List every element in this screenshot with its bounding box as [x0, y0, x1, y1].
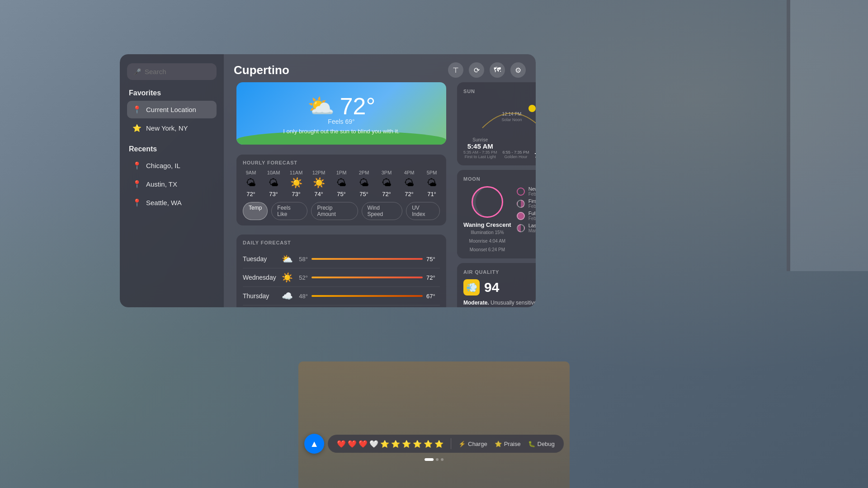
phase-name: Last Quarter	[528, 223, 536, 228]
hourly-time: 11AM	[290, 170, 303, 175]
daily-low: 58°	[295, 256, 308, 263]
tab-uv[interactable]: UV Index	[406, 202, 440, 220]
taskbar-hearts: ❤️ ❤️ ❤️ 🤍 ⭐ ⭐ ⭐ ⭐ ⭐ ⭐	[337, 440, 443, 448]
filter-button[interactable]: ⊤	[448, 62, 463, 78]
aq-description: Moderate. Unusually sensitive people sho…	[463, 299, 536, 307]
daily-temps: 52° 72°	[295, 274, 440, 281]
last-quarter-dot	[517, 224, 525, 232]
hourly-item: 5PM 🌤 71°	[424, 170, 440, 197]
phase-name: Full Moon	[528, 211, 536, 216]
debug-icon: 🐛	[528, 441, 535, 447]
austin-icon: 📍	[132, 180, 142, 188]
chicago-icon: 📍	[132, 161, 142, 170]
day-name: Wednesday	[243, 274, 279, 281]
sunrise-sub: 5:35 AM - 7:35 PM	[463, 150, 497, 155]
tab-temp[interactable]: Temp	[243, 202, 268, 220]
sun-times: Sunrise 5:45 AM 5:35 AM - 7:35 PM First …	[463, 137, 536, 159]
moon-title: MOON	[463, 176, 536, 182]
moon-layout: Waning Crescent Illumination 15% Moonris…	[463, 186, 536, 252]
debug-button[interactable]: 🐛 Debug	[528, 441, 555, 447]
aq-value: 94	[484, 280, 499, 295]
dot-3	[441, 458, 443, 461]
new-moon-info: New Moon Feb 20	[528, 186, 536, 197]
sidebar-item-chicago[interactable]: 📍 Chicago, IL	[127, 157, 217, 174]
star-6: ⭐	[434, 440, 443, 448]
heart-2: ❤️	[348, 440, 357, 448]
heart-4: 🤍	[369, 440, 378, 448]
search-input[interactable]	[145, 68, 210, 75]
sun-panel: SUN 12:14 PM Solar Noon Sunris	[457, 82, 536, 165]
full-moon-dot	[517, 212, 525, 220]
praise-icon: ⭐	[495, 441, 502, 447]
aq-title: AIR QUALITY	[463, 269, 536, 275]
daily-row: Thursday ☁️ 48° 67°	[243, 287, 440, 305]
hourly-time: 12PM	[312, 170, 326, 175]
hourly-icon: 🌤	[359, 177, 369, 189]
tab-wind[interactable]: Wind Speed	[362, 202, 403, 220]
charge-button[interactable]: ⚡ Charge	[458, 441, 487, 447]
moon-phase-item: Last Quarter Mar 3	[517, 223, 536, 233]
forecast-tabs: Temp Feels Like Precip Amount Wind Speed…	[243, 202, 440, 220]
hourly-temp: 72°	[405, 191, 414, 197]
hourly-item: 4PM 🌤 72°	[401, 170, 417, 197]
settings-button[interactable]: ⚙	[510, 62, 526, 78]
sidebar-item-current-location[interactable]: 📍 Current Location	[127, 101, 217, 118]
tab-feels-like[interactable]: Feels Like	[271, 202, 307, 220]
day-name: Tuesday	[243, 255, 279, 263]
air-quality-panel: AIR QUALITY 💨 94 Moderate. Unusually sen…	[457, 263, 536, 307]
search-bar[interactable]: 🎤	[127, 63, 217, 80]
map-button[interactable]: 🗺	[490, 62, 505, 78]
daily-low: 48°	[295, 293, 308, 300]
svg-point-0	[528, 105, 536, 112]
divider	[451, 438, 451, 449]
hourly-time: 10AM	[267, 170, 280, 175]
hourly-time: 1PM	[336, 170, 347, 175]
moonset: Moonset 6:24 PM	[470, 247, 505, 252]
hourly-temp: 72°	[246, 191, 255, 197]
seattle-icon: 📍	[132, 198, 142, 207]
sidebar-item-seattle[interactable]: 📍 Seattle, WA	[127, 194, 217, 211]
moon-panel: MOON Waning Crescent Illumination 15% Mo…	[457, 170, 536, 258]
hourly-label: HOURLY FORECAST	[243, 160, 440, 165]
aq-header: 💨 94	[463, 279, 536, 296]
dot-1	[425, 458, 434, 461]
daily-row: Friday 🌤 50° 72°	[243, 305, 440, 307]
debug-label: Debug	[538, 441, 555, 447]
main-content: Cupertino ⊤ ⟳ 🗺 ⚙ ⛅ 72° Feels 69°	[224, 54, 536, 307]
phase-date: Feb 27	[528, 204, 536, 209]
daily-row: Tuesday ⛅ 58° 75°	[243, 250, 440, 268]
sun-arc-svg	[478, 99, 536, 130]
hourly-temp: 75°	[337, 191, 346, 197]
sidebar-item-new-york[interactable]: ⭐ New York, NY	[127, 119, 217, 137]
hourly-item: 1PM 🌤 75°	[333, 170, 349, 197]
temp-bar	[311, 258, 423, 260]
golden-hour-time: 6:55 - 7:35 PM	[502, 150, 529, 155]
hourly-temp: 75°	[359, 191, 368, 197]
hourly-item: 3PM 🌤 72°	[378, 170, 395, 197]
recents-title: Recents	[127, 145, 217, 153]
history-button[interactable]: ⟳	[469, 62, 484, 78]
moon-phase-item: New Moon Feb 20	[517, 186, 536, 197]
sunrise-label: Sunrise	[463, 137, 497, 142]
praise-button[interactable]: ⭐ Praise	[495, 441, 521, 447]
main-header: Cupertino ⊤ ⟳ 🗺 ⚙	[224, 54, 536, 82]
hourly-scroll[interactable]: 9AM 🌤 72° 10AM 🌤 73° 11AM ☀️ 73°	[243, 170, 440, 197]
microphone-icon: 🎤	[133, 68, 141, 75]
up-button[interactable]: ▲	[304, 434, 324, 454]
charge-label: Charge	[468, 441, 487, 447]
hourly-time: 4PM	[404, 170, 415, 175]
page-dots	[425, 458, 443, 461]
daily-forecast-card: DAILY FORECAST Tuesday ⛅ 58° 75° Wednesd…	[236, 235, 446, 307]
sidebar-item-austin[interactable]: 📍 Austin, TX	[127, 175, 217, 193]
sidebar-item-label: Seattle, WA	[146, 199, 182, 206]
aq-category: Moderate.	[463, 300, 489, 306]
daily-high: 67°	[426, 293, 440, 300]
tab-precip[interactable]: Precip Amount	[311, 202, 358, 220]
hourly-item: 10AM 🌤 73°	[265, 170, 282, 197]
moon-circle	[472, 186, 503, 218]
sidebar-item-label: Current Location	[146, 106, 196, 113]
sidebar: 🎤 Favorites 📍 Current Location ⭐ New Yor…	[120, 54, 224, 307]
hourly-temp: 71°	[427, 191, 436, 197]
full-moon-info: Full Moon Feb 24	[528, 211, 536, 221]
praise-label: Praise	[504, 441, 521, 447]
